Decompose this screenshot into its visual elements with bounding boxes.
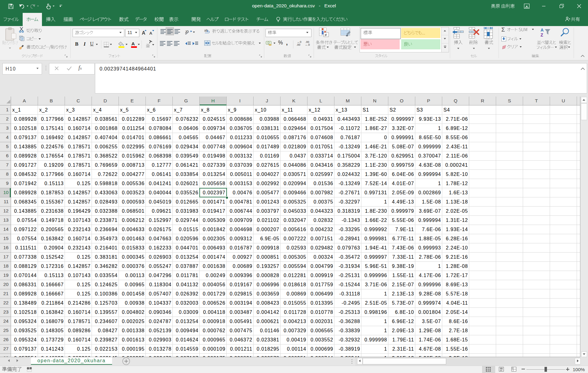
svg-text:≠: ≠ (325, 32, 327, 37)
svg-text:ab: ab (204, 29, 208, 32)
svg-text:→.0: →.0 (305, 43, 310, 46)
svg-text:Z: Z (541, 32, 543, 37)
svg-text:.00: .00 (296, 43, 300, 46)
svg-text:ab: ab (185, 29, 190, 35)
svg-text:A: A (541, 28, 544, 32)
